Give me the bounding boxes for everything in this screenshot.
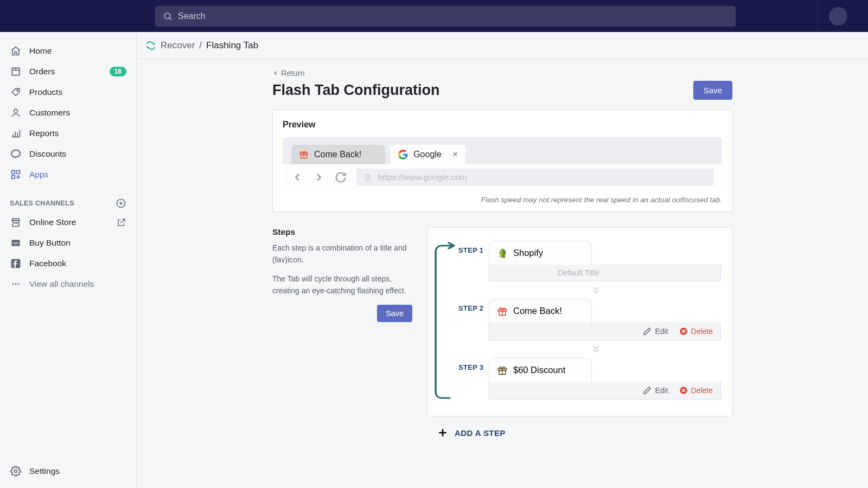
nav-label: Reports [29,129,59,138]
orders-icon [10,66,22,78]
sidebar-item-home[interactable]: Home [0,41,136,61]
svg-rect-5 [17,171,20,174]
url-text: https://www.google.com [378,172,467,182]
sidebar-item-products[interactable]: Products [0,82,136,102]
svg-line-1 [169,18,171,20]
plus-icon [437,427,448,438]
sidebar-item-orders[interactable]: Orders 18 [0,61,136,82]
add-step-label: ADD A STEP [455,428,506,438]
delete-label: Delete [691,386,713,395]
discounts-icon [10,148,22,160]
delete-icon [679,386,688,395]
pencil-icon [643,386,652,395]
nav-label: Discounts [29,149,66,159]
preview-heading: Preview [283,120,722,130]
nav-label: Online Store [29,217,76,227]
url-bar: https://www.google.com [356,169,713,186]
sidebar-item-apps[interactable]: Apps [0,164,136,185]
google-icon [398,150,408,159]
preview-tab-other: Google × [391,145,465,164]
step-row-1: STEP 1 Shopify Default Title [441,241,721,281]
external-link-icon[interactable] [117,217,126,227]
delete-step-2[interactable]: Delete [679,327,713,336]
search-icon [163,11,173,21]
sidebar-item-discounts[interactable]: Discounts [0,144,136,164]
sales-channels-header: SALES CHANNELS [0,185,136,212]
step-tab-3: $60 Discount [489,358,592,382]
preview-tab-active: Come Back! [291,145,385,164]
steps-description: Steps Each step is a combination of a ti… [272,227,412,322]
edit-label: Edit [655,327,668,336]
svg-point-14 [15,470,17,473]
nav-label: Settings [29,466,60,476]
preview-card: Preview Come Back! Google × [272,110,732,212]
nav-label: Products [29,87,62,97]
save-button-secondary[interactable]: Save [377,305,412,322]
edit-step-2[interactable]: Edit [643,327,668,336]
reload-icon [335,171,347,183]
breadcrumb-sep: / [199,40,202,51]
facebook-icon [10,258,22,269]
orders-badge: 18 [110,67,126,76]
svg-point-11 [12,284,14,285]
steps-heading: Steps [272,227,412,237]
nav-label: Buy Button [29,238,71,248]
sidebar-channel-online-store[interactable]: Online Store [0,212,136,233]
breadcrumb-current: Flashing Tab [206,40,258,51]
edit-step-3[interactable]: Edit [643,386,668,395]
search-input[interactable] [178,11,728,21]
products-icon [10,86,22,98]
page-icon [363,172,372,182]
add-step-button[interactable]: ADD A STEP [427,416,732,438]
return-link[interactable]: Return [272,69,305,78]
nav-label: Customers [29,108,70,118]
shopify-icon [497,248,508,259]
delete-step-3[interactable]: Delete [679,386,713,395]
svg-point-12 [15,284,17,285]
sidebar-channel-facebook[interactable]: Facebook [0,253,136,274]
primary-nav: Home Orders 18 Products Customers Report… [0,32,136,294]
close-icon: × [452,150,457,159]
topbar-divider [818,0,818,32]
step-row-2: STEP 2 Come Back! Edit Delete [441,299,721,341]
step-label-2: STEP 2 [458,304,483,312]
default-title-placeholder: Default Title [497,268,599,277]
chevron-left-icon [272,70,279,76]
preview-tab-other-label: Google [413,150,442,159]
home-icon [10,45,22,57]
steps-card: STEP 1 Shopify Default Title [427,227,732,416]
step-tab-1: Shopify [489,241,592,265]
gift-outline-icon [497,365,508,376]
breadcrumb-root[interactable]: Recover [161,40,195,51]
sidebar-view-all-channels[interactable]: View all channels [0,274,136,294]
page-title: Flash Tab Configuration [272,82,439,99]
buy-button-icon: </> [10,237,22,249]
sidebar-item-settings[interactable]: Settings [0,461,136,488]
step-title-1: Shopify [513,248,543,258]
pencil-icon [643,327,652,336]
sidebar-channel-buy-button[interactable]: </> Buy Button [0,233,136,253]
steps-desc-1: Each step is a combination of a title an… [272,242,412,266]
delete-label: Delete [691,327,713,336]
nav-label: Apps [29,170,48,179]
preview-tab-active-label: Come Back! [314,150,361,159]
add-channel-icon[interactable] [116,198,126,209]
search-input-container[interactable] [155,6,736,27]
nav-label: Facebook [29,259,66,268]
reports-icon [10,127,22,139]
delete-icon [679,327,688,336]
step-title-3: $60 Discount [513,365,565,375]
step-bar-1: Default Title [489,264,721,281]
svg-point-3 [14,109,18,113]
breadcrumb: Recover / Flashing Tab [137,32,868,59]
sidebar-item-reports[interactable]: Reports [0,123,136,144]
save-button[interactable]: Save [693,81,732,100]
nav-label: Home [29,46,52,56]
sidebar: Home Orders 18 Products Customers Report… [0,32,137,488]
preview-hint: Flash speed may not represent the real s… [283,196,722,204]
nav-label: Orders [29,67,55,76]
sidebar-item-customers[interactable]: Customers [0,102,136,123]
svg-point-13 [18,284,20,285]
avatar[interactable] [829,7,847,25]
step-bar-3: Edit Delete [489,381,721,400]
